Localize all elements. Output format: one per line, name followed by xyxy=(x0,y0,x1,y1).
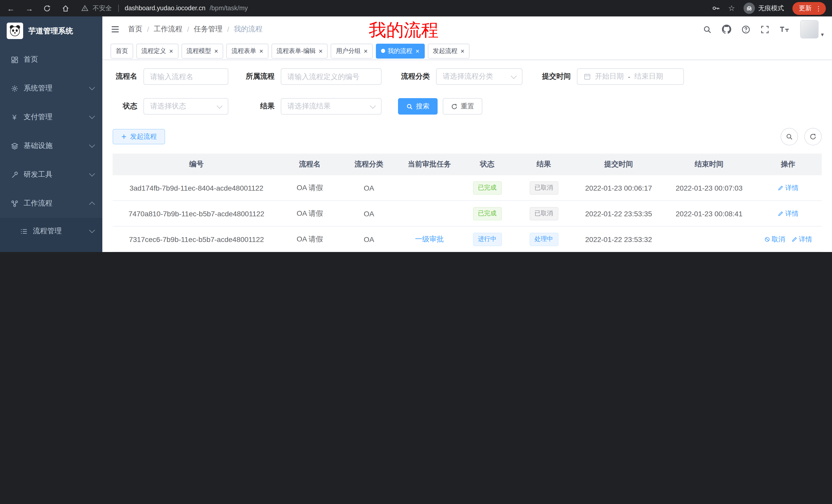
status-badge: 进行中 xyxy=(473,232,502,246)
tab-user-group[interactable]: 用户分组× xyxy=(331,44,373,58)
fullscreen-icon[interactable] xyxy=(761,25,770,34)
process-name-input[interactable] xyxy=(144,68,228,85)
font-size-icon[interactable] xyxy=(780,25,790,33)
date-range-picker[interactable]: 开始日期 - 结束日期 xyxy=(577,68,684,85)
cancel-link[interactable]: 取消 xyxy=(764,234,785,244)
sidebar-item-infrastructure[interactable]: 基础设施 xyxy=(0,132,102,160)
detail-link[interactable]: 详情 xyxy=(778,183,799,192)
sidebar-item-home[interactable]: 首页 xyxy=(0,45,102,74)
calendar-icon xyxy=(583,73,591,80)
close-icon[interactable]: × xyxy=(169,47,173,55)
tab-start-process[interactable]: 发起流程× xyxy=(427,44,469,58)
breadcrumb: 首页 / 工作流程 / 任务管理 / 我的流程 xyxy=(128,25,262,34)
tab-process-form-edit[interactable]: 流程表单-编辑× xyxy=(271,44,328,58)
reload-icon[interactable] xyxy=(43,4,52,12)
app-title: 芋道管理系统 xyxy=(28,26,73,36)
close-icon[interactable]: × xyxy=(364,47,368,55)
page-content: 流程名 所属流程 流程分类 请选择流程分类 xyxy=(102,60,832,252)
tab-process-model[interactable]: 流程模型× xyxy=(181,44,223,58)
sidebar-item-task-management[interactable]: 任务管理 xyxy=(0,245,102,252)
active-dot-icon xyxy=(381,49,385,53)
status-label: 状态 xyxy=(113,102,137,111)
reset-button[interactable]: 重置 xyxy=(443,98,482,115)
app-logo[interactable]: 芋道管理系统 xyxy=(0,17,102,45)
task-link[interactable]: 一级审批 xyxy=(415,234,444,244)
toggle-search-button[interactable] xyxy=(781,128,798,145)
create-process-button[interactable]: 发起流程 xyxy=(113,129,165,144)
table-row: 7470a810-7b9b-11ec-b5b7-acde48001122 OA … xyxy=(113,201,822,227)
incognito-badge: 无痕模式 xyxy=(743,3,784,14)
url-path: /bpm/task/my xyxy=(210,5,248,12)
sidebar-item-system[interactable]: 系统管理 xyxy=(0,74,102,103)
chevron-down-icon xyxy=(511,73,517,79)
password-key-icon[interactable] xyxy=(712,4,720,12)
chevron-down-icon xyxy=(89,142,95,148)
address-bar[interactable]: 不安全 dashboard.yudao.iocoder.cn/bpm/task/… xyxy=(71,4,712,12)
status-badge: 已完成 xyxy=(473,181,502,194)
screen: ← → 不安全 dashboard.yudao.iocoder.cn/bpm/t… xyxy=(0,0,832,252)
sidebar-item-workflow[interactable]: 工作流程 xyxy=(0,189,102,218)
incognito-icon xyxy=(743,3,755,14)
submit-time-label: 提交时间 xyxy=(539,72,571,81)
breadcrumb-home[interactable]: 首页 xyxy=(128,25,142,34)
category-select[interactable]: 请选择流程分类 xyxy=(436,68,522,85)
back-icon[interactable]: ← xyxy=(6,4,16,12)
refresh-button[interactable] xyxy=(804,128,822,145)
help-icon[interactable] xyxy=(742,25,751,34)
close-icon[interactable]: × xyxy=(214,47,218,55)
home-icon[interactable] xyxy=(62,4,71,12)
chevron-down-icon xyxy=(217,103,223,109)
chevron-down-icon xyxy=(89,113,95,119)
process-name-label: 流程名 xyxy=(113,72,137,81)
search-icon[interactable] xyxy=(703,25,712,34)
address-divider xyxy=(118,5,119,12)
detail-link[interactable]: 详情 xyxy=(778,209,799,218)
chevron-down-icon xyxy=(370,103,376,109)
breadcrumb-task-management[interactable]: 任务管理 xyxy=(194,25,223,34)
table-row: 7317cec6-7b9b-11ec-b5b7-acde48001122 OA … xyxy=(113,227,822,252)
result-select[interactable]: 请选择流结果 xyxy=(281,98,382,115)
table-row: 3ad174fb-7b9d-11ec-8404-acde48001122 OA … xyxy=(113,175,822,201)
hamburger-icon[interactable] xyxy=(110,25,120,34)
close-icon[interactable]: × xyxy=(415,47,419,55)
status-select[interactable]: 请选择状态 xyxy=(144,98,228,115)
breadcrumb-current: 我的流程 xyxy=(234,25,262,34)
process-def-label: 所属流程 xyxy=(245,72,275,81)
result-badge: 已取消 xyxy=(529,181,558,194)
sidebar-item-devtools[interactable]: 研发工具 xyxy=(0,160,102,189)
close-icon[interactable]: × xyxy=(461,47,464,55)
avatar[interactable] xyxy=(800,20,819,38)
sidebar: 芋道管理系统 首页 系统管理 ¥ 支付管理 xyxy=(0,17,102,252)
list-icon xyxy=(20,227,28,235)
close-icon[interactable]: × xyxy=(319,47,323,55)
browser-menu-kebab-icon[interactable]: ⋮ xyxy=(815,4,822,12)
result-badge: 处理中 xyxy=(529,232,558,246)
update-button[interactable]: 更新 ⋮ xyxy=(792,2,826,15)
sidebar-item-payment[interactable]: ¥ 支付管理 xyxy=(0,103,102,132)
logo-panda-icon xyxy=(7,23,23,39)
date-start-placeholder: 开始日期 xyxy=(595,72,624,81)
user-menu[interactable]: ▾ xyxy=(800,20,824,38)
forward-icon[interactable]: → xyxy=(25,4,34,12)
url-host: dashboard.yudao.iocoder.cn xyxy=(125,5,205,12)
tab-my-process-active[interactable]: 我的流程× xyxy=(376,44,424,58)
close-icon[interactable]: × xyxy=(259,47,263,55)
date-separator: - xyxy=(628,73,630,81)
breadcrumb-workflow[interactable]: 工作流程 xyxy=(154,25,183,34)
tab-process-form[interactable]: 流程表单× xyxy=(226,44,268,58)
tab-process-definition[interactable]: 流程定义× xyxy=(136,44,178,58)
table-header: 编号 流程名 流程分类 当前审批任务 状态 结果 提交时间 结束时间 操作 xyxy=(113,153,822,175)
process-table: 编号 流程名 流程分类 当前审批任务 状态 结果 提交时间 结束时间 操作 3a… xyxy=(113,153,822,252)
tab-home[interactable]: 首页 xyxy=(110,44,133,58)
browser-chrome: ← → 不安全 dashboard.yudao.iocoder.cn/bpm/t… xyxy=(0,0,832,17)
breadcrumb-separator: / xyxy=(227,25,229,33)
sidebar-item-process-management[interactable]: 流程管理 xyxy=(0,218,102,245)
chevron-down-icon xyxy=(89,85,95,90)
detail-link[interactable]: 详情 xyxy=(791,234,812,244)
search-button[interactable]: 搜索 xyxy=(398,98,438,115)
process-def-input[interactable] xyxy=(281,68,382,85)
chevron-up-icon xyxy=(89,202,95,207)
github-icon[interactable] xyxy=(722,25,731,34)
bookmark-star-icon[interactable]: ☆ xyxy=(728,4,735,13)
infrastructure-icon xyxy=(10,142,19,150)
